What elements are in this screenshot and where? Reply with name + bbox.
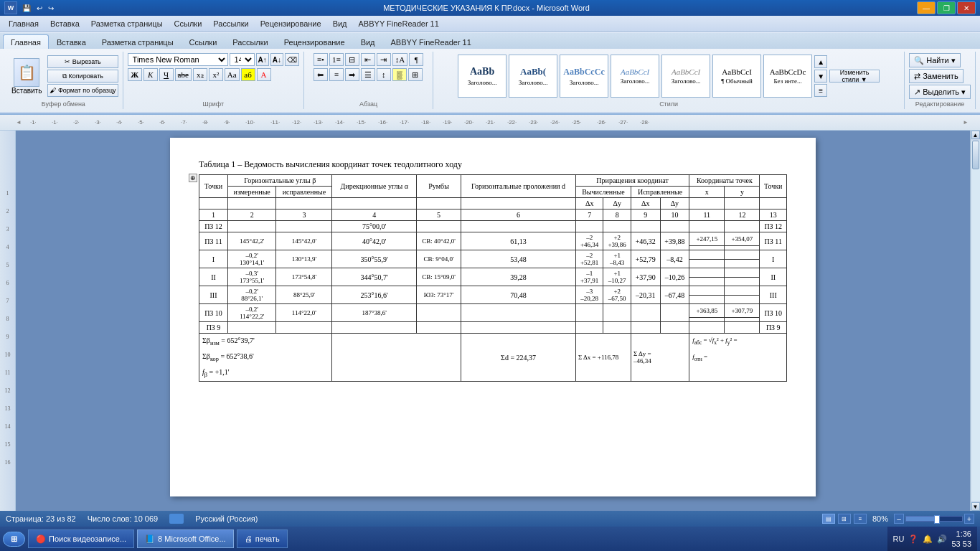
italic-button[interactable]: К bbox=[143, 68, 158, 81]
grow-font-btn[interactable]: A↑ bbox=[256, 53, 269, 66]
help-icon[interactable]: ❓ bbox=[908, 534, 918, 544]
web-view-btn[interactable]: ⊞ bbox=[838, 514, 851, 524]
style-no-spacing[interactable]: AaBbCcDc Без инте... bbox=[763, 55, 812, 98]
menu-abbyy[interactable]: ABBYY FineReader 11 bbox=[353, 18, 445, 29]
style-heading5[interactable]: AaBbCcI Заголово... bbox=[661, 55, 710, 98]
format-button[interactable]: 🖌 Формат по образцу bbox=[47, 84, 118, 97]
zoom-in-btn[interactable]: + bbox=[964, 514, 974, 524]
scroll-thumb[interactable] bbox=[972, 141, 979, 169]
taskbar-right: RU ❓ 🔔 🔊 1:36 53 53 bbox=[887, 527, 977, 551]
print-view-btn[interactable]: ▤ bbox=[822, 514, 835, 524]
tab-insert[interactable]: Вставка bbox=[49, 34, 94, 49]
style-heading4[interactable]: AaBbCcI Заголово... bbox=[611, 55, 659, 98]
undo-quick-btn[interactable]: ↩ bbox=[34, 4, 44, 12]
styles-down-btn[interactable]: ▼ bbox=[814, 70, 827, 83]
tab-view[interactable]: Вид bbox=[353, 34, 383, 49]
vertical-scrollbar[interactable]: ▲ ▼ bbox=[970, 131, 980, 511]
superscript-btn[interactable]: x² bbox=[209, 68, 223, 81]
save-quick-btn[interactable]: 💾 bbox=[20, 4, 33, 12]
menu-home[interactable]: Главная bbox=[3, 18, 44, 29]
outdent-btn[interactable]: ⇤ bbox=[361, 53, 375, 66]
taskbar-office[interactable]: 📘 8 Microsoft Office... bbox=[137, 529, 234, 548]
notification-icon[interactable]: 🔔 bbox=[923, 534, 933, 544]
cut-button[interactable]: ✂ Вырезать bbox=[47, 55, 118, 68]
tab-layout[interactable]: Разметка страницы bbox=[94, 34, 182, 49]
font-name-select[interactable]: Times New Roman bbox=[128, 53, 228, 66]
taskbar-search[interactable]: 🔴 Поиск видеозаписе... bbox=[28, 529, 134, 548]
tab-mailings[interactable]: Рассылки bbox=[225, 34, 275, 49]
volume-icon[interactable]: 🔊 bbox=[937, 534, 947, 544]
paste-icon: 📋 bbox=[14, 58, 39, 87]
style-heading2[interactable]: AaBb( Заголово... bbox=[509, 55, 557, 98]
case-btn[interactable]: Аа bbox=[225, 68, 240, 81]
font-size-select[interactable]: 14 bbox=[230, 53, 255, 66]
redo-quick-btn[interactable]: ↪ bbox=[46, 4, 56, 12]
menu-references[interactable]: Ссылки bbox=[169, 18, 208, 29]
word-icon: W bbox=[4, 1, 17, 14]
align-justify-btn[interactable]: ☰ bbox=[361, 68, 375, 81]
document-page[interactable]: Таблица 1 – Ведомость вычисления координ… bbox=[170, 138, 816, 496]
col-num-4 bbox=[332, 198, 417, 209]
cell-II-dir: 344°50,7' bbox=[332, 268, 417, 286]
menu-layout[interactable]: Разметка страницы bbox=[85, 18, 169, 29]
shading-btn[interactable]: ▒ bbox=[392, 68, 407, 81]
line-spacing-btn[interactable]: ↕ bbox=[377, 68, 391, 81]
menu-insert[interactable]: Вставка bbox=[44, 18, 85, 29]
underline-button[interactable]: Ч bbox=[159, 68, 174, 81]
shrink-font-btn[interactable]: A↓ bbox=[270, 53, 283, 66]
select-button[interactable]: ↗ Выделить ▾ bbox=[909, 85, 971, 99]
replace-button[interactable]: ⇄ Заменить bbox=[909, 69, 963, 83]
zoom-out-btn[interactable]: – bbox=[894, 514, 904, 524]
clear-format-btn[interactable]: ⌫ bbox=[285, 53, 299, 66]
change-styles-btn[interactable]: Изменить стили ▼ bbox=[829, 70, 880, 83]
document-area[interactable]: Таблица 1 – Ведомость вычисления координ… bbox=[16, 131, 970, 511]
cell-pz11-cdy: +2+39,86 bbox=[603, 232, 631, 250]
minimize-button[interactable]: — bbox=[917, 1, 936, 14]
zoom-controls: – + bbox=[894, 514, 974, 524]
outline-view-btn[interactable]: ≡ bbox=[854, 514, 867, 524]
table-move-handle[interactable]: ⊕ bbox=[189, 174, 197, 182]
style-normal[interactable]: AaBbCcI ¶ Обычный bbox=[712, 55, 761, 98]
strikethrough-btn[interactable]: abe bbox=[175, 68, 192, 81]
tab-home[interactable]: Главная bbox=[3, 34, 49, 49]
num-1: 1 bbox=[199, 209, 228, 221]
style-heading1[interactable]: AaBb Заголово... bbox=[458, 55, 507, 98]
style-heading3[interactable]: AaBbCcСс Заголово... bbox=[560, 55, 608, 98]
bullet-list-btn[interactable]: ≡• bbox=[314, 53, 328, 66]
tab-review[interactable]: Рецензирование bbox=[276, 34, 353, 49]
scroll-down-btn[interactable]: ▼ bbox=[971, 502, 980, 511]
sort-btn[interactable]: ↕A bbox=[392, 53, 407, 66]
color-btn[interactable]: А bbox=[257, 68, 271, 81]
styles-up-btn[interactable]: ▲ bbox=[814, 55, 827, 68]
scroll-up-btn[interactable]: ▲ bbox=[971, 131, 980, 139]
bold-button[interactable]: Ж bbox=[128, 68, 142, 81]
close-button[interactable]: ✕ bbox=[957, 1, 976, 14]
spell-check-icon[interactable] bbox=[169, 514, 184, 524]
taskbar-print[interactable]: 🖨 печать bbox=[237, 529, 288, 548]
highlight-btn[interactable]: аб bbox=[241, 68, 255, 81]
subscript-btn[interactable]: x₂ bbox=[193, 68, 207, 81]
start-button[interactable]: ⊞ bbox=[3, 532, 25, 547]
align-center-btn[interactable]: ≡ bbox=[329, 68, 344, 81]
maximize-button[interactable]: ❐ bbox=[937, 1, 956, 14]
menu-review[interactable]: Рецензирование bbox=[255, 18, 327, 29]
tab-references[interactable]: Ссылки bbox=[182, 34, 225, 49]
zoom-slider-thumb[interactable] bbox=[934, 515, 940, 524]
cell-pz10-x: +363,85 bbox=[689, 304, 725, 318]
align-left-btn[interactable]: ⬅ bbox=[314, 68, 328, 81]
find-button[interactable]: 🔍 Найти ▾ bbox=[909, 53, 961, 67]
styles-label: Стили bbox=[659, 99, 678, 108]
copy-button[interactable]: ⧉ Копировать bbox=[47, 70, 118, 83]
menu-view[interactable]: Вид bbox=[327, 18, 353, 29]
show-marks-btn[interactable]: ¶ bbox=[409, 53, 423, 66]
paste-button[interactable]: 📋 Вставить bbox=[9, 57, 44, 96]
styles-more-btn[interactable]: ≡ bbox=[814, 84, 827, 97]
indent-btn[interactable]: ⇥ bbox=[377, 53, 391, 66]
border-btn[interactable]: ⊞ bbox=[408, 68, 423, 81]
tab-abbyy[interactable]: ABBYY FineReader 11 bbox=[383, 34, 479, 49]
numbered-list-btn[interactable]: 1≡ bbox=[329, 53, 344, 66]
align-right-btn[interactable]: ➡ bbox=[345, 68, 359, 81]
multilevel-list-btn[interactable]: ⊟ bbox=[345, 53, 359, 66]
menu-mailings[interactable]: Рассылки bbox=[207, 18, 254, 29]
cell-III-y2 bbox=[725, 295, 760, 304]
